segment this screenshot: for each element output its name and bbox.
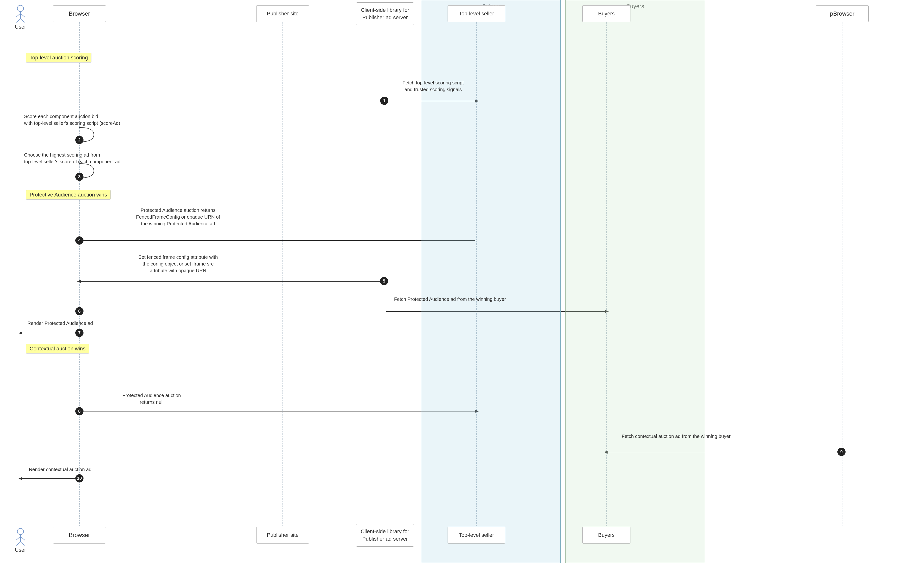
step-9: 9 [837,448,846,456]
svg-line-5 [21,19,24,22]
buyers-group [566,0,705,563]
svg-marker-26 [77,280,81,283]
svg-line-3 [21,13,25,17]
step-2: 2 [75,136,84,144]
msg-8-label: Protected Audience auctionreturns null [92,392,212,406]
svg-line-11 [21,542,24,545]
actor-toplevel-top: Top-level seller [448,5,506,22]
msg-3-label: Choose the highest scoring ad fromtop-le… [24,151,156,165]
step-6: 6 [75,307,84,315]
step-3: 3 [75,173,84,181]
svg-line-10 [16,542,21,545]
svg-line-4 [16,19,21,22]
user-label-top: User [15,24,26,30]
actor-buyers-bottom: Buyers [582,527,630,544]
svg-marker-30 [18,332,22,334]
actor-toplevel-bottom: Top-level seller [448,527,506,544]
annotation-ctx-wins: Contextual auction wins [26,344,89,353]
svg-point-6 [17,529,24,535]
diagram-container: Sellers Buyers User Browser Publisher si… [0,0,924,563]
actor-browser-bottom: Browser [53,527,106,544]
msg-10-label: Render contextual auction ad [19,466,101,473]
step-7: 7 [75,329,84,337]
step-4: 4 [75,237,84,245]
svg-line-9 [21,536,25,541]
svg-point-0 [17,5,24,12]
actor-clientlib-top: Client-side library for Publisher ad ser… [356,2,414,25]
step-5: 5 [380,277,388,285]
msg-9-label: Fetch contextual auction ad from the win… [578,433,775,440]
actor-browser-top: Browser [53,5,106,22]
actor-pbrowser-top: pBrowser [816,5,868,22]
msg-2-label: Score each component auction bidwith top… [24,113,156,126]
msg-7-label: Render Protected Audience ad [19,320,101,326]
actor-publisher-bottom: Publisher site [256,527,309,544]
msg-1-label: Fetch top-level scoring scriptand truste… [373,79,493,93]
annotation-pa-wins: Protective Audience auction wins [26,190,111,200]
msg-6-label: Fetch Protected Audience ad from the win… [361,296,539,302]
svg-line-8 [16,536,21,541]
step-10: 10 [75,474,84,482]
svg-line-2 [16,13,21,17]
svg-marker-36 [18,477,22,480]
annotation-scoring: Top-level auction scoring [26,53,92,63]
user-label-bottom: User [15,547,26,553]
actor-buyers-top: Buyers [582,5,630,22]
step-1: 1 [380,97,388,105]
actor-clientlib-bottom: Client-side library for Publisher ad ser… [356,524,414,547]
actor-publisher-top: Publisher site [256,5,309,22]
msg-4-label: Protected Audience auction returnsFenced… [92,207,265,227]
step-8: 8 [75,407,84,415]
msg-5-label: Set fenced frame config attribute withth… [92,254,265,274]
actor-user-bottom: User [13,528,28,553]
actor-user-top: User [13,5,28,30]
